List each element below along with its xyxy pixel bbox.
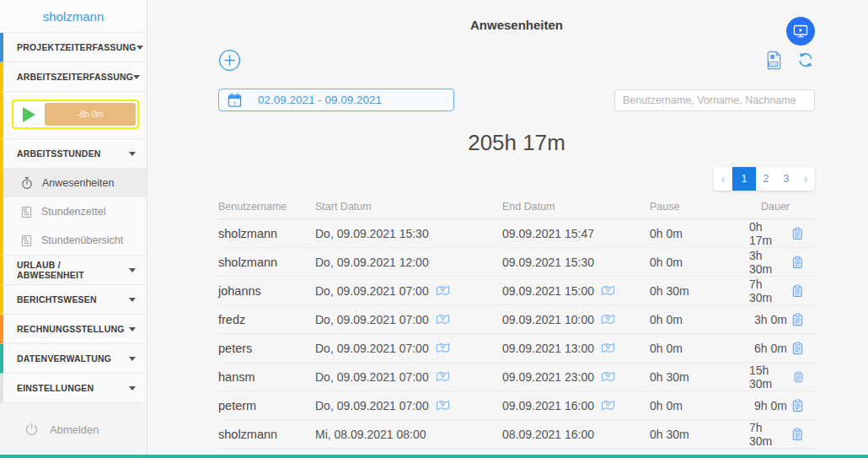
sidebar-item-datenverwaltung[interactable]: DATENVERWALTUNG [0,344,147,374]
subitem-label: Stundenzettel [41,206,105,218]
clipboard-icon[interactable] [792,399,803,412]
power-icon [24,422,40,438]
cell-pause: 0h 0m [650,256,749,269]
plus-circle-icon [218,49,241,72]
chevron-down-icon [129,386,136,391]
cell-start-datum: Do, 09.09.2021 15:30 [315,227,429,240]
table-row[interactable]: johanns Do, 09.09.2021 07:00 09.09.2021 … [218,277,815,305]
table-row[interactable]: peters Do, 09.09.2021 07:00 09.09.2021 1… [218,334,815,363]
cell-pause: 0h 0m [650,342,749,355]
cell-start-datum: Do, 09.09.2021 07:00 [315,313,429,326]
chevron-down-icon [129,357,136,361]
chevron-down-icon [129,152,136,156]
cell-dauer: 9h 0m [754,399,787,412]
main-content: Anwesenheiten [148,0,868,455]
column-header-dauer: Dauer [749,201,815,213]
refresh-button[interactable] [796,51,815,69]
sidebar-item-label: EINSTELLUNGEN [17,383,94,393]
geo-location-icon[interactable] [436,370,450,383]
sidebar-item-einstellungen[interactable]: EINSTELLUNGEN [0,374,147,403]
sidebar-item-label: DATENVERWALTUNG [17,353,111,364]
geo-location-icon[interactable] [601,313,615,326]
geo-location-icon[interactable] [436,284,450,297]
cell-dauer: 7h 30m [749,421,787,448]
pagination-page-1[interactable]: 1 [732,167,756,191]
table-row[interactable]: sholzmann Do, 09.09.2021 15:30 09.09.202… [218,219,815,248]
sidebar-item-projektzeiterfassung[interactable]: PROJEKTZEITERFASSUNG [0,33,147,62]
table-row[interactable]: sholzmann Mi, 08.09.2021 08:00 08.09.202… [218,420,815,449]
date-range-picker[interactable]: 1 02.09.2021 - 09.09.2021 [218,89,454,111]
export-csv-button[interactable]: csv [765,51,784,70]
bottom-accent-bar [0,455,868,458]
refresh-icon [796,51,815,69]
cell-dauer: 6h 0m [754,342,787,355]
cell-pause: 0h 30m [650,284,749,298]
timesheet-icon [20,234,33,247]
table-row[interactable]: hansm Do, 09.09.2021 07:00 09.09.2021 23… [218,363,815,391]
geo-location-icon[interactable] [436,342,450,354]
time-tracker-widget: -8h 0m [0,92,147,139]
cell-pause: 0h 0m [650,227,749,240]
cell-benutzername: johanns [218,284,315,298]
pagination-prev-button[interactable]: ‹ [714,167,732,191]
cell-pause: 0h 30m [650,428,749,441]
sidebar-item-urlaub-abwesenheit[interactable]: URLAUB / ABWESENHEIT [0,256,147,285]
user-search-input[interactable] [614,89,815,111]
sidebar-item-label: RECHNUNGSSTELLUNG [17,324,125,334]
sidebar-item-stundenuebersicht[interactable]: Stundenübersicht [3,226,147,255]
clipboard-icon[interactable] [792,256,803,269]
timesheet-icon [20,206,33,218]
sidebar-item-label: ARBEITSSTUNDEN [17,148,101,159]
geo-location-icon[interactable] [601,342,615,354]
geo-location-icon[interactable] [601,284,615,297]
sidebar-item-berichtswesen[interactable]: BERICHTSWESEN [0,285,147,315]
sidebar-item-arbeitsstunden[interactable]: ARBEITSSTUNDEN [0,139,147,169]
logout-button[interactable]: Abmelden [0,413,147,446]
total-hours: 205h 17m [218,130,815,156]
pagination-page-2[interactable]: 2 [756,167,776,191]
attendance-table-body: sholzmann Do, 09.09.2021 15:30 09.09.202… [218,219,815,449]
clipboard-icon[interactable] [794,370,803,384]
cell-end-datum: 09.09.2021 15:47 [502,227,594,240]
geo-location-icon[interactable] [601,370,615,383]
add-entry-button[interactable] [218,49,241,72]
clipboard-icon[interactable] [792,313,803,326]
current-username: sholzmann [0,0,147,33]
clipboard-icon[interactable] [792,227,803,240]
attendance-table: Benutzername Start Datum End Datum Pause… [218,201,815,449]
cell-benutzername: sholzmann [218,227,315,240]
sidebar-item-label: URLAUB / ABWESENHEIT [17,260,129,280]
clipboard-icon[interactable] [792,342,803,355]
start-timer-button[interactable]: -8h 0m [12,100,139,129]
chevron-down-icon [133,75,140,79]
sidebar-item-stundenzettel[interactable]: Stundenzettel [3,197,147,226]
clipboard-icon[interactable] [792,284,803,298]
geo-location-icon[interactable] [601,399,615,412]
sidebar-item-arbeitszeiterfassung[interactable]: ARBEITSZEITERFASSUNG [0,62,147,92]
cell-start-datum: Mi, 08.09.2021 08:00 [315,428,426,441]
cell-start-datum: Do, 09.09.2021 07:00 [315,342,429,355]
pagination-page-3[interactable]: 3 [776,167,796,191]
screen-play-icon [792,23,809,40]
video-tutorial-button[interactable] [786,17,815,46]
pagination-next-button[interactable]: › [796,167,815,191]
table-row[interactable]: fredz Do, 09.09.2021 07:00 09.09.2021 10… [218,305,815,334]
svg-text:1: 1 [233,99,237,105]
table-row[interactable]: sholzmann Do, 09.09.2021 12:00 09.09.202… [218,248,815,277]
sidebar-item-anwesenheiten[interactable]: Anwesenheiten [3,169,147,197]
cell-dauer: 3h 0m [754,313,787,326]
cell-start-datum: Do, 09.09.2021 12:00 [315,256,429,269]
geo-location-icon[interactable] [436,313,450,326]
attendance-table-header: Benutzername Start Datum End Datum Pause… [218,201,815,219]
geo-location-icon[interactable] [436,399,450,412]
sidebar-item-label: PROJEKTZEITERFASSUNG [17,42,137,52]
svg-text:csv: csv [770,62,776,66]
sidebar-item-label: BERICHTSWESEN [17,294,97,304]
sidebar-item-rechnungsstellung[interactable]: RECHNUNGSSTELLUNG [0,315,147,344]
timer-balance: -8h 0m [45,103,136,126]
clipboard-icon[interactable] [792,428,803,441]
chevron-down-icon [129,268,136,272]
column-header-pause: Pause [650,201,749,213]
table-row[interactable]: peterm Do, 09.09.2021 07:00 09.09.2021 1… [218,391,815,420]
pagination: ‹ 1 2 3 › [714,167,815,191]
